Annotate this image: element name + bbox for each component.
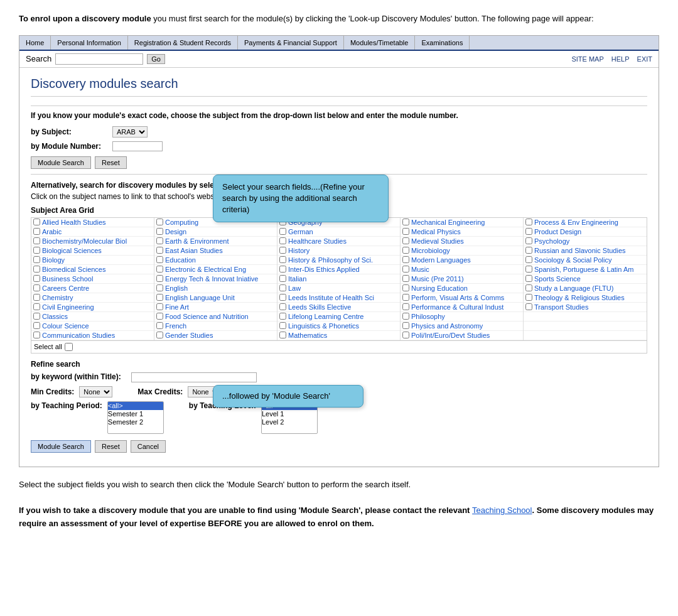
list-item: English Language Unit xyxy=(154,293,277,303)
list-item xyxy=(524,322,647,331)
bottom-btn-row: Module Search Reset Cancel xyxy=(31,440,647,453)
section-desc: If you know your module's exact code, ch… xyxy=(31,111,647,120)
list-item: Spanish, Portuguese & Latin Am xyxy=(524,265,647,274)
list-item: Theology & Religious Studies xyxy=(524,293,647,303)
list-item: Careers Centre xyxy=(31,284,154,293)
max-credits-label: Max Credits: xyxy=(137,387,183,396)
min-credits-label: Min Credits: xyxy=(31,387,74,396)
list-item: German xyxy=(277,227,400,237)
list-item: Fine Art xyxy=(154,303,277,312)
intro-paragraph: To enrol upon a discovery module you mus… xyxy=(19,13,659,25)
keyword-input[interactable] xyxy=(131,372,257,382)
list-item: French xyxy=(154,322,277,331)
list-item: Biology xyxy=(31,256,154,265)
select-all-label: Select all xyxy=(34,343,62,350)
list-item: Sociology & Social Policy xyxy=(524,256,647,265)
subject-col-1: Allied Health Studies Arabic Biochemistr… xyxy=(31,218,154,340)
list-item: Italian xyxy=(277,274,400,284)
nav-payments[interactable]: Payments & Financial Support xyxy=(238,36,344,50)
teaching-period-select[interactable]: <all> Semester 1 Semester 2 xyxy=(107,401,164,434)
list-item: Leeds Institute of Health Sci xyxy=(277,293,400,303)
list-item: East Asian Studies xyxy=(154,246,277,256)
list-item: Colour Science xyxy=(31,322,154,331)
list-item: Biochemistry/Molecular Biol xyxy=(31,237,154,246)
list-item xyxy=(524,331,647,340)
select-all-row: Select all xyxy=(31,341,647,354)
reset-button-2[interactable]: Reset xyxy=(95,440,127,453)
page-title: Discovery modules search xyxy=(31,77,647,97)
list-item: Perform, Visual Arts & Comms xyxy=(401,293,523,303)
subject-col-5: Process & Env Engineering Product Design… xyxy=(524,218,647,340)
nav-modules[interactable]: Modules/Timetable xyxy=(344,36,416,50)
list-item: Arabic xyxy=(31,227,154,237)
list-item: Modern Languages xyxy=(401,256,523,265)
list-item: Russian and Slavonic Studies xyxy=(524,246,647,256)
min-credits-select[interactable]: None xyxy=(79,386,112,397)
select-all-checkbox[interactable] xyxy=(65,343,73,351)
teaching-period-label: by Teaching Period: xyxy=(31,401,102,410)
list-item: Process & Env Engineering xyxy=(524,218,647,227)
main-content: Discovery modules search If you know you… xyxy=(19,68,659,467)
by-module-label: by Module Number: xyxy=(31,142,112,151)
list-item: Poli/Int/Euro/Devt Studies xyxy=(401,331,523,340)
list-item: Nursing Education xyxy=(401,284,523,293)
go-button[interactable]: Go xyxy=(147,54,165,64)
list-item: Medieval Studies xyxy=(401,237,523,246)
list-item: Healthcare Studies xyxy=(277,237,400,246)
list-item: Microbiology xyxy=(401,246,523,256)
list-item: History xyxy=(277,246,400,256)
reset-button[interactable]: Reset xyxy=(95,156,127,169)
subject-col-2: Computing Design Earth & Environment Eas… xyxy=(154,218,277,340)
subject-col-3: Geography German Healthcare Studies Hist… xyxy=(277,218,401,340)
nav-home[interactable]: Home xyxy=(19,36,51,50)
list-item: Earth & Environment xyxy=(154,237,277,246)
list-item: Biological Sciences xyxy=(31,246,154,256)
list-item: Physics and Astronomy xyxy=(401,322,523,331)
browser-frame: Home Personal Information Registration &… xyxy=(19,35,659,467)
list-item: Leeds Skills Elective xyxy=(277,303,400,312)
module-search-button[interactable]: Module Search xyxy=(31,156,91,169)
search-bar-left: Search Go xyxy=(26,53,165,65)
teaching-period-group: by Teaching Period: <all> Semester 1 Sem… xyxy=(31,401,164,434)
exit-link[interactable]: EXIT xyxy=(637,55,652,63)
tooltip-bubble-1: Select your search fields....(Refine you… xyxy=(213,175,389,223)
subject-select[interactable]: ARAB xyxy=(112,126,148,138)
nav-examinations[interactable]: Examinations xyxy=(415,36,470,50)
module-search-button-2[interactable]: Module Search xyxy=(31,440,91,453)
max-credits-group: Max Credits: None xyxy=(137,386,221,397)
list-item: Design xyxy=(154,227,277,237)
bottom-bold: If you wish to take a discovery module t… xyxy=(19,505,472,515)
nav-personal-info[interactable]: Personal Information xyxy=(51,36,128,50)
search-input[interactable] xyxy=(55,53,143,65)
module-number-input[interactable] xyxy=(112,141,163,151)
list-item: Chemistry xyxy=(31,293,154,303)
list-item: Study a Language (FLTU) xyxy=(524,284,647,293)
list-item xyxy=(524,312,647,322)
tooltip-text-1: Select your search fields....(Refine you… xyxy=(222,182,365,214)
list-item: Psychology xyxy=(524,237,647,246)
search-bar: Search Go SITE MAP HELP EXIT xyxy=(19,51,659,68)
search-label: Search xyxy=(26,54,51,63)
list-item: Electronic & Electrical Eng xyxy=(154,265,277,274)
help-link[interactable]: HELP xyxy=(611,55,630,63)
refine-title: Refine search xyxy=(31,360,647,369)
tooltip-text-2: ...followed by 'Module Search' xyxy=(222,391,330,401)
list-item: Mathematics xyxy=(277,331,400,340)
teaching-school-link[interactable]: Teaching School xyxy=(472,505,532,515)
cancel-button[interactable]: Cancel xyxy=(131,440,166,453)
keyword-label: by keyword (within Title): xyxy=(31,372,131,381)
site-map-link[interactable]: SITE MAP xyxy=(571,55,603,63)
search-bar-right: SITE MAP HELP EXIT xyxy=(571,55,652,63)
subject-col-4: Mechanical Engineering Medical Physics M… xyxy=(401,218,524,340)
by-subject-row: by Subject: ARAB xyxy=(31,126,647,138)
list-item: Philosophy xyxy=(401,312,523,322)
bottom-text: Select the subject fields you wish to se… xyxy=(19,478,659,531)
list-item: Mechanical Engineering xyxy=(401,218,523,227)
list-item: Sports Science xyxy=(524,274,647,284)
by-subject-label: by Subject: xyxy=(31,127,112,136)
list-item: Classics xyxy=(31,312,154,322)
tooltip-bubble-2: ...followed by 'Module Search' xyxy=(213,385,363,408)
list-item: Gender Studies xyxy=(154,331,277,340)
nav-registration[interactable]: Registration & Student Records xyxy=(128,36,238,50)
keyword-row: by keyword (within Title): xyxy=(31,372,647,382)
